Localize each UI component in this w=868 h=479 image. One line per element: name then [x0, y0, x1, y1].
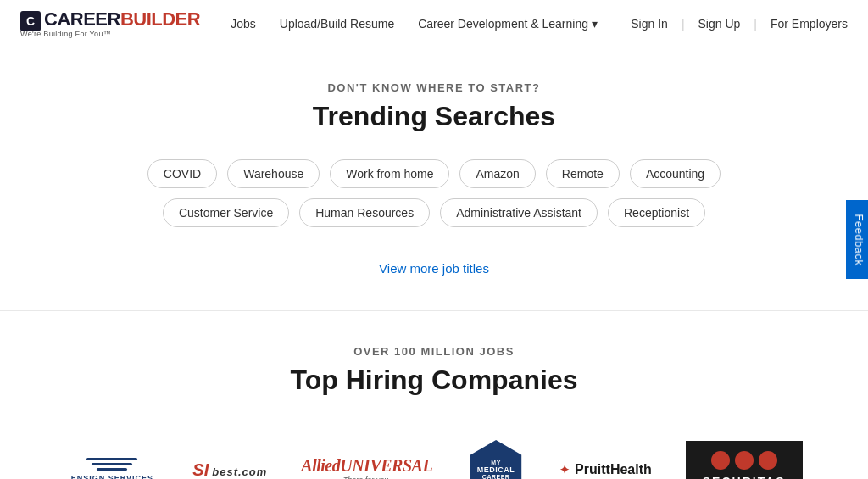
companies-title: Top Hiring Companies — [17, 365, 851, 396]
navbar: C CAREERBUILDER We're Building For You™ … — [0, 0, 868, 47]
ensign-line-1 — [86, 458, 137, 460]
trending-tag[interactable]: Customer Service — [163, 198, 289, 227]
securitas-logo: Securitas — [686, 441, 803, 479]
nav-career-dev-label: Career Development & Learning — [418, 17, 588, 31]
securitas-circle-2 — [735, 451, 754, 470]
svg-text:C: C — [26, 14, 35, 28]
chevron-down-icon: ▾ — [592, 17, 598, 31]
logo-tagline: We're Building For You™ — [20, 30, 200, 38]
trending-tag[interactable]: Warehouse — [227, 159, 320, 188]
company-allied[interactable]: AlliedUNIVERSAL There for you. — [301, 456, 432, 480]
securitas-text: Securitas — [703, 475, 786, 479]
nav-career-dev[interactable]: Career Development & Learning ▾ — [418, 17, 598, 31]
trending-tag[interactable]: Administrative Assistant — [440, 198, 598, 227]
pruitt-name: PruittHealth — [575, 462, 652, 477]
pruitt-logo-text: ✦ PruittHealth — [559, 462, 652, 477]
nav-links: Jobs Upload/Build Resume Career Developm… — [231, 17, 631, 31]
logo-career-text: CAREER — [44, 8, 120, 31]
securitas-circle-3 — [759, 451, 777, 470]
company-ensign[interactable]: Ensign Services — [65, 458, 159, 480]
company-si[interactable]: SIbest.com — [192, 460, 267, 480]
for-employers-link[interactable]: For Employers — [771, 17, 848, 31]
trending-tag[interactable]: Remote — [546, 159, 620, 188]
allied-logo-text: AlliedUNIVERSAL — [301, 456, 432, 476]
trending-tag[interactable]: COVID — [147, 159, 217, 188]
nav-divider-1: | — [682, 17, 685, 31]
logo-builder-text: BUILDER — [120, 8, 200, 31]
sign-in-link[interactable]: Sign In — [631, 17, 668, 31]
company-medical[interactable]: My MEDICAL CAREER — [466, 440, 526, 479]
trending-tag[interactable]: Human Resources — [299, 198, 430, 227]
ensign-line-2 — [92, 463, 132, 465]
ensign-logo-text: Ensign Services — [71, 474, 153, 480]
company-pruitt[interactable]: ✦ PruittHealth — [559, 462, 652, 477]
si-logo-text: SIbest.com — [192, 460, 267, 480]
nav-right: Sign In | Sign Up | For Employers — [631, 17, 848, 31]
trending-tag[interactable]: Accounting — [630, 159, 721, 188]
securitas-circle-1 — [711, 451, 730, 470]
medical-logo-line2: MEDICAL — [477, 465, 515, 474]
medical-logo-line1: My — [491, 460, 501, 465]
sign-up-link[interactable]: Sign Up — [698, 17, 741, 31]
ensign-logo-lines — [86, 458, 137, 471]
nav-divider-2: | — [754, 17, 757, 31]
medical-logo-line3: CAREER — [482, 474, 510, 479]
trending-subtitle: DON'T KNOW WHERE TO START? — [17, 81, 851, 94]
trending-tag[interactable]: Amazon — [459, 159, 535, 188]
ensign-line-3 — [97, 468, 127, 471]
allied-logo-sub: There for you. — [343, 476, 391, 480]
view-more-link[interactable]: View more job titles — [379, 261, 489, 276]
securitas-circles — [711, 451, 777, 470]
logo-icon: C — [20, 11, 44, 31]
trending-section: DON'T KNOW WHERE TO START? Trending Sear… — [0, 47, 868, 310]
companies-subtitle: OVER 100 MILLION JOBS — [17, 345, 851, 358]
feedback-tab[interactable]: Feedback — [846, 200, 868, 279]
logo-area: C CAREERBUILDER We're Building For You™ — [20, 8, 200, 39]
companies-section: OVER 100 MILLION JOBS Top Hiring Compani… — [0, 311, 868, 479]
medical-logo-badge: My MEDICAL CAREER — [466, 440, 526, 479]
nav-jobs[interactable]: Jobs — [231, 17, 256, 31]
pruitt-icon: ✦ — [559, 463, 570, 476]
trending-tag[interactable]: Work from home — [330, 159, 449, 188]
nav-upload-resume[interactable]: Upload/Build Resume — [280, 17, 394, 31]
trending-tags: COVIDWarehouseWork from homeAmazonRemote… — [95, 159, 773, 227]
company-securitas[interactable]: Securitas — [686, 441, 803, 479]
trending-tag[interactable]: Receptionist — [608, 198, 705, 227]
companies-grid: Ensign Services SIbest.com AlliedUNIVERS… — [27, 423, 841, 479]
trending-title: Trending Searches — [17, 101, 851, 132]
logo[interactable]: C CAREERBUILDER — [20, 8, 200, 32]
